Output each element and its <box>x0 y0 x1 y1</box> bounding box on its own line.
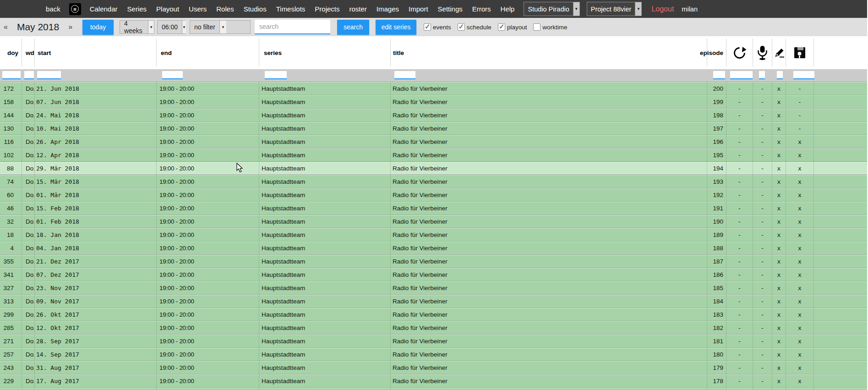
checkbox-events[interactable]: events <box>424 23 451 31</box>
table-row[interactable]: 32 Do, 01. Feb 2018 19:00 - 20:00 Haupts… <box>0 214 868 228</box>
time-select[interactable]: 06:00 ▼ <box>157 20 186 34</box>
nav-item-projects[interactable]: Projects <box>312 5 342 13</box>
table-row[interactable]: 88 Do, 29. Mär 2018 19:00 - 20:00 Haupts… <box>0 161 868 175</box>
cell-start: 31. Aug 2017 <box>35 361 157 374</box>
nav-item-help[interactable]: Help <box>498 5 517 13</box>
checkbox-schedule[interactable]: schedule <box>458 23 491 31</box>
project-select[interactable]: Project 88vier ▼ <box>587 2 642 16</box>
range-select[interactable]: 4 weeks ▼ <box>120 20 154 34</box>
table-row[interactable]: 327 Do, 23. Nov 2017 19:00 - 20:00 Haupt… <box>0 281 868 294</box>
logo-glyph: π <box>71 5 79 13</box>
filter-input-wd[interactable] <box>24 71 34 79</box>
table-row[interactable]: 257 Do, 14. Sep 2017 19:00 - 20:00 Haupt… <box>0 347 868 361</box>
next-month-button[interactable]: » <box>66 23 75 31</box>
cell-start: 18. Jan 2018 <box>35 228 157 241</box>
filter-input-end[interactable] <box>162 71 183 79</box>
chevron-down-icon: ▼ <box>573 2 579 16</box>
table-row[interactable]: 313 Do, 09. Nov 2017 19:00 - 20:00 Haupt… <box>0 294 868 308</box>
nav-item-studios[interactable]: Studios <box>241 5 269 13</box>
cell-series: Hauptstadtteam <box>259 122 391 135</box>
search-input[interactable] <box>255 20 330 34</box>
table-row[interactable]: 285 Do, 12. Okt 2017 19:00 - 20:00 Haupt… <box>0 321 868 334</box>
nav-item-timeslots[interactable]: Timeslots <box>274 5 308 13</box>
cell-doy: 18 <box>0 228 22 241</box>
studio-select[interactable]: Studio Piradio ▼ <box>524 2 579 16</box>
table-row[interactable]: 299 Do, 26. Okt 2017 19:00 - 20:00 Haupt… <box>0 308 868 321</box>
cell-save: x <box>786 295 814 308</box>
table-row[interactable]: 4 Do, 04. Jan 2018 19:00 - 20:00 Hauptst… <box>0 241 868 254</box>
filter-input-doy[interactable] <box>2 71 21 79</box>
cell-title: Radio für Vierbeiner <box>391 308 707 321</box>
checkbox-unchecked-icon[interactable] <box>533 23 540 31</box>
table-row[interactable]: 271 Do, 28. Sep 2017 19:00 - 20:00 Haupt… <box>0 334 868 347</box>
cell-wd: Do, <box>22 148 35 161</box>
table-row[interactable]: 144 Do, 24. Mai 2018 19:00 - 20:00 Haupt… <box>0 108 868 121</box>
checkbox-checked-icon[interactable] <box>458 23 465 31</box>
table-body: 172 Do, 21. Jun 2018 19:00 - 20:00 Haupt… <box>0 82 868 387</box>
filter-select[interactable]: no filter ▼ <box>190 20 251 34</box>
filter-input-episode[interactable] <box>713 71 725 79</box>
cell-series: Hauptstadtteam <box>259 188 391 201</box>
cell-save: x <box>786 148 814 161</box>
nav-item-import[interactable]: Import <box>406 5 431 13</box>
edit-series-button[interactable]: edit series <box>376 20 416 35</box>
cell-series: Hauptstadtteam <box>259 162 391 175</box>
nav-item-images[interactable]: Images <box>374 5 401 13</box>
table-row[interactable]: 229 Do, 17. Aug 2017 19:00 - 20:00 Haupt… <box>0 374 868 387</box>
cell-series: Hauptstadtteam <box>259 321 391 334</box>
nav-item-roster[interactable]: roster <box>347 5 369 13</box>
cell-series: Hauptstadtteam <box>259 361 391 374</box>
cell-start: 15. Mär 2018 <box>35 175 157 188</box>
cell-repeat: - <box>726 281 753 294</box>
filter-input-repeat[interactable] <box>730 71 753 79</box>
table-row[interactable]: 46 Do, 15. Feb 2018 19:00 - 20:00 Haupts… <box>0 201 868 214</box>
prev-month-button[interactable]: « <box>1 23 11 31</box>
nav-item-settings[interactable]: Settings <box>436 5 465 13</box>
logout-link[interactable]: Logout <box>651 5 674 13</box>
table-row[interactable]: 74 Do, 15. Mär 2018 19:00 - 20:00 Haupts… <box>0 175 868 188</box>
filter-input-save[interactable] <box>793 71 814 79</box>
cell-title: Radio für Vierbeiner <box>391 188 707 201</box>
today-button[interactable]: today <box>82 20 114 35</box>
filter-input-edit[interactable] <box>777 71 783 79</box>
cell-series: Hauptstadtteam <box>259 202 391 214</box>
table-row[interactable]: 60 Do, 01. Mär 2018 19:00 - 20:00 Haupts… <box>0 188 868 201</box>
cell-series: Hauptstadtteam <box>259 335 391 347</box>
cell-doy: 4 <box>0 242 22 254</box>
table-row[interactable]: 172 Do, 21. Jun 2018 19:00 - 20:00 Haupt… <box>0 82 868 95</box>
search-button[interactable]: search <box>337 20 369 35</box>
checkbox-playout[interactable]: playout <box>498 23 527 31</box>
filter-input-mic[interactable] <box>759 71 765 79</box>
table-row[interactable]: 130 Do, 10. Mai 2018 19:00 - 20:00 Haupt… <box>0 121 868 135</box>
cell-doy: 32 <box>0 215 22 228</box>
filter-input-title[interactable] <box>394 71 415 79</box>
checkbox-checked-icon[interactable] <box>424 23 431 31</box>
table-row[interactable]: 116 Do, 26. Apr 2018 19:00 - 20:00 Haupt… <box>0 135 868 148</box>
cell-mic: - <box>753 82 772 95</box>
cell-episode: 179 <box>707 361 726 374</box>
cell-series: Hauptstadtteam <box>259 281 391 294</box>
nav-item-calendar[interactable]: Calendar <box>87 5 120 13</box>
nav-item-playout[interactable]: Playout <box>154 5 181 13</box>
cell-mic: - <box>753 242 772 254</box>
nav-item-roles[interactable]: Roles <box>214 5 236 13</box>
table-row[interactable]: 102 Do, 12. Apr 2018 19:00 - 20:00 Haupt… <box>0 148 868 161</box>
checkbox-checked-icon[interactable] <box>498 23 505 31</box>
back-link[interactable]: back <box>44 5 63 13</box>
repeat-icon <box>726 38 753 67</box>
filter-input-series[interactable] <box>265 71 287 79</box>
filter-input-start[interactable] <box>37 71 61 79</box>
checkbox-worktime[interactable]: worktime <box>533 23 567 31</box>
nav-item-users[interactable]: Users <box>186 5 209 13</box>
cell-start: 12. Apr 2018 <box>35 148 157 161</box>
table-row[interactable]: 355 Do, 21. Dez 2017 19:00 - 20:00 Haupt… <box>0 254 868 268</box>
table-row[interactable]: 158 Do, 07. Jun 2018 19:00 - 20:00 Haupt… <box>0 95 868 108</box>
table-row[interactable]: 341 Do, 07. Dez 2017 19:00 - 20:00 Haupt… <box>0 268 868 281</box>
nav-item-errors[interactable]: Errors <box>470 5 493 13</box>
cell-series: Hauptstadtteam <box>259 82 391 95</box>
table-row[interactable]: 18 Do, 18. Jan 2018 19:00 - 20:00 Haupts… <box>0 228 868 241</box>
nav-item-series[interactable]: Series <box>125 5 149 13</box>
table-row[interactable]: 243 Do, 31. Aug 2017 19:00 - 20:00 Haupt… <box>0 361 868 374</box>
cell-mic: - <box>753 162 772 175</box>
piradio-logo[interactable]: π <box>69 3 81 15</box>
